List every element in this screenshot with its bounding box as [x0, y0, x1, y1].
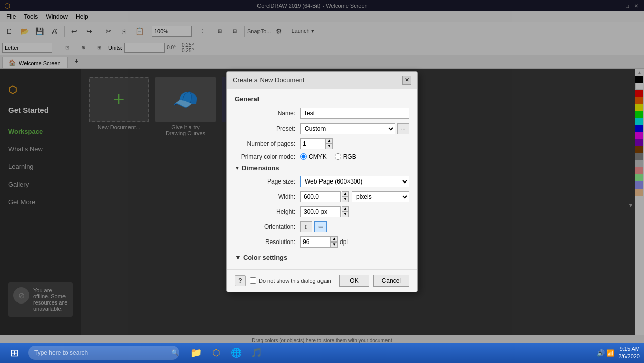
height-spin: ▲ ▼: [342, 206, 349, 217]
general-section-title: General: [235, 95, 409, 103]
width-down-btn[interactable]: ▼: [342, 197, 349, 202]
dialog-overlay: Create a New Document ✕ General Name: Pr…: [0, 0, 644, 363]
cmyk-radio-label[interactable]: CMYK: [300, 153, 327, 160]
cmyk-radio[interactable]: [300, 153, 307, 160]
resolution-input[interactable]: [300, 236, 331, 248]
time-display: 9:15 AM: [618, 345, 640, 353]
width-label: Width:: [235, 193, 300, 200]
taskbar: ⊞ 🔍 📁 ⬡ 🌐 🎵 🔊 📶 9:15 AM 2/6/2020: [0, 343, 644, 363]
pagesize-label: Page size:: [235, 178, 300, 185]
color-settings-arrow: ▼: [235, 254, 241, 261]
pages-label: Number of pages:: [235, 140, 300, 147]
orientation-label: Orientation:: [235, 223, 300, 230]
rgb-radio-label[interactable]: RGB: [335, 153, 356, 160]
taskbar-search[interactable]: [28, 346, 179, 360]
height-label: Height:: [235, 208, 300, 215]
taskbar-corel-app[interactable]: ⬡: [207, 344, 225, 362]
ok-button[interactable]: OK: [339, 275, 369, 287]
search-icon: 🔍: [171, 349, 179, 356]
height-down-btn[interactable]: ▼: [342, 212, 349, 217]
preset-row: Preset: Custom ···: [235, 123, 409, 134]
cmyk-label: CMYK: [309, 153, 327, 160]
help-button[interactable]: ?: [235, 275, 246, 286]
preset-label: Preset:: [235, 125, 300, 132]
rgb-radio[interactable]: [335, 153, 341, 160]
color-settings-label: Color settings: [243, 254, 287, 261]
dimensions-collapse-arrow[interactable]: ▼: [235, 165, 240, 171]
preset-dots-button[interactable]: ···: [397, 123, 409, 134]
no-show-text: Do not show this dialog again: [259, 278, 331, 284]
dialog-body: General Name: Preset: Custom ··· Number …: [227, 89, 417, 269]
cancel-button[interactable]: Cancel: [373, 275, 409, 287]
dialog-footer: ? Do not show this dialog again OK Cance…: [227, 269, 417, 292]
no-show-checkbox[interactable]: [250, 277, 256, 284]
taskbar-file-explorer[interactable]: 📁: [187, 344, 205, 362]
pagesize-select[interactable]: Web Page (600×300): [300, 176, 409, 187]
res-down-btn[interactable]: ▼: [331, 242, 338, 248]
resolution-label: Resolution:: [235, 238, 300, 246]
width-spin: ▲ ▼: [342, 191, 349, 202]
color-mode-label: Primary color mode:: [235, 153, 300, 160]
taskbar-right: 🔊 📶 9:15 AM 2/6/2020: [597, 345, 640, 361]
dialog-title: Create a New Document: [233, 76, 304, 84]
height-input[interactable]: [300, 206, 341, 217]
color-mode-row: Primary color mode: CMYK RGB: [235, 153, 409, 160]
height-up-btn[interactable]: ▲: [342, 206, 349, 212]
no-show-checkbox-label[interactable]: Do not show this dialog again: [250, 277, 331, 284]
resolution-row: Resolution: ▲ ▼ dpi: [235, 236, 409, 248]
pages-up-button[interactable]: ▲: [326, 138, 333, 144]
name-row: Name:: [235, 108, 409, 119]
resolution-unit: dpi: [340, 238, 348, 246]
new-document-dialog: Create a New Document ✕ General Name: Pr…: [226, 71, 418, 292]
resolution-spin: ▲ ▼: [331, 236, 338, 248]
date-display: 2/6/2020: [618, 353, 640, 360]
name-label: Name:: [235, 110, 300, 117]
pages-spinner: ▲ ▼: [300, 138, 333, 149]
pages-row: Number of pages: ▲ ▼: [235, 138, 409, 149]
rgb-label: RGB: [343, 153, 356, 160]
system-icons: 🔊 📶: [597, 349, 615, 357]
pagesize-row: Page size: Web Page (600×300): [235, 176, 409, 187]
start-button[interactable]: ⊞: [4, 344, 24, 362]
color-settings-header[interactable]: ▼ Color settings: [235, 252, 409, 263]
dialog-close-button[interactable]: ✕: [402, 76, 411, 85]
preset-select[interactable]: Custom: [300, 123, 395, 134]
width-input[interactable]: [300, 191, 341, 202]
portrait-button[interactable]: ▯: [300, 221, 312, 232]
landscape-button[interactable]: ▭: [314, 221, 327, 232]
pages-spin-buttons: ▲ ▼: [326, 138, 333, 149]
color-mode-radio-group: CMYK RGB: [300, 153, 356, 160]
taskbar-time: 9:15 AM 2/6/2020: [618, 345, 640, 361]
pages-down-button[interactable]: ▼: [326, 144, 333, 149]
color-settings-section: ▼ Color settings: [235, 252, 409, 263]
taskbar-apps: 📁 ⬡ 🌐 🎵: [187, 344, 266, 362]
width-unit-select[interactable]: pixels inches mm: [352, 191, 409, 202]
name-input[interactable]: [300, 108, 409, 119]
height-row: Height: ▲ ▼: [235, 206, 409, 217]
dimensions-label: Dimensions: [242, 164, 279, 172]
dimensions-section-header: ▼ Dimensions: [235, 164, 409, 172]
taskbar-app4[interactable]: 🎵: [247, 344, 266, 362]
width-row: Width: ▲ ▼ pixels inches mm: [235, 191, 409, 202]
orientation-row: Orientation: ▯ ▭: [235, 221, 409, 232]
resolution-controls: ▲ ▼ dpi: [300, 236, 348, 248]
orientation-buttons: ▯ ▭: [300, 221, 327, 232]
dialog-titlebar: Create a New Document ✕: [227, 72, 417, 89]
width-up-btn[interactable]: ▲: [342, 191, 349, 197]
pages-input[interactable]: [300, 138, 326, 149]
res-up-btn[interactable]: ▲: [331, 236, 338, 242]
taskbar-browser[interactable]: 🌐: [227, 344, 245, 362]
